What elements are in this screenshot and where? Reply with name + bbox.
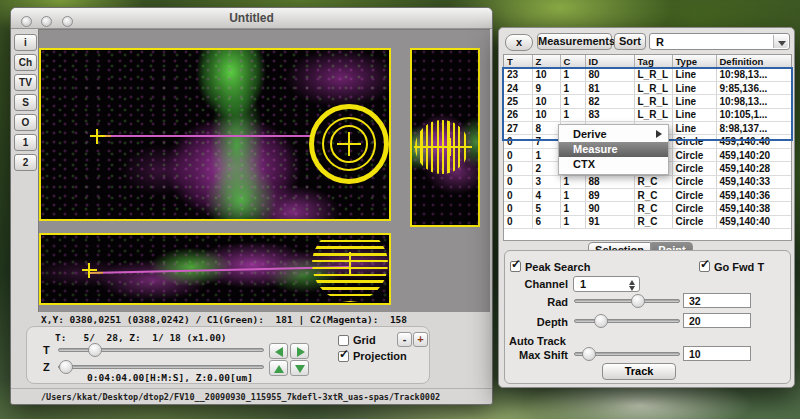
table-cell[interactable]: 0 xyxy=(504,215,532,228)
table-cell[interactable]: Line xyxy=(672,68,716,81)
table-cell[interactable]: 26 xyxy=(504,108,532,121)
t-slider[interactable] xyxy=(58,343,264,357)
menu-item-measure[interactable]: Measure xyxy=(559,142,668,157)
table-cell[interactable]: 459,140:40 xyxy=(716,135,792,148)
table-cell[interactable]: R_C xyxy=(634,175,672,188)
table-cell[interactable]: Circle xyxy=(672,202,716,215)
table-cell[interactable]: Circle xyxy=(672,148,716,161)
depth-slider-thumb[interactable] xyxy=(594,314,608,328)
table-cell[interactable]: 3 xyxy=(532,175,560,188)
table-cell[interactable]: Circle xyxy=(672,189,716,202)
table-cell[interactable]: 82 xyxy=(585,95,634,108)
table-row[interactable]: 05190R_CCircle459,140:38 xyxy=(504,202,792,215)
menu-item-derive[interactable]: Derive xyxy=(559,127,668,142)
table-cell[interactable]: 10 xyxy=(532,108,560,121)
table-cell[interactable]: 0 xyxy=(504,189,532,202)
table-cell[interactable]: 10 xyxy=(532,95,560,108)
table-cell[interactable]: 10:98,13... xyxy=(716,95,792,108)
table-row[interactable]: 04189R_CCircle459,140:36 xyxy=(504,189,792,202)
z-step-down-button[interactable] xyxy=(290,360,309,376)
table-cell[interactable]: 4 xyxy=(532,189,560,202)
table-cell[interactable]: 0 xyxy=(504,202,532,215)
table-cell[interactable]: 1 xyxy=(560,81,585,94)
max-shift-slider-thumb[interactable] xyxy=(582,347,596,361)
column-header-t[interactable]: T xyxy=(504,55,532,68)
tool-button-tv[interactable]: TV xyxy=(14,74,37,91)
table-cell[interactable]: 2 xyxy=(532,162,560,175)
table-cell[interactable]: 1 xyxy=(532,148,560,161)
panel-close-button[interactable]: x xyxy=(505,34,533,51)
table-cell[interactable]: R_C xyxy=(634,215,672,228)
zoom-out-button[interactable]: - xyxy=(397,332,412,347)
table-cell[interactable]: 1 xyxy=(560,189,585,202)
grid-checkbox[interactable] xyxy=(338,335,349,346)
tool-button-channel[interactable]: Ch xyxy=(14,54,37,71)
table-cell[interactable]: 88 xyxy=(585,175,634,188)
table-cell[interactable]: 459,140:20 xyxy=(716,148,792,161)
tool-button-2[interactable]: 2 xyxy=(14,154,37,171)
table-cell[interactable]: 91 xyxy=(585,215,634,228)
table-cell[interactable]: Line xyxy=(672,108,716,121)
table-cell[interactable]: Circle xyxy=(672,215,716,228)
tool-button-o[interactable]: O xyxy=(14,114,37,131)
menu-item-ctx[interactable]: CTX xyxy=(559,157,668,172)
depth-value-field[interactable]: 20 xyxy=(683,313,751,328)
table-cell[interactable]: R_C xyxy=(634,189,672,202)
column-header-z[interactable]: Z xyxy=(532,55,560,68)
sort-button[interactable]: Sort xyxy=(614,33,646,50)
table-cell[interactable]: 1 xyxy=(560,95,585,108)
t-step-forward-button[interactable] xyxy=(290,343,309,359)
table-cell[interactable]: 5 xyxy=(532,202,560,215)
table-cell[interactable]: 1 xyxy=(560,68,585,81)
table-row[interactable]: 2310180L_R_LLine10:98,13... xyxy=(504,68,792,81)
table-cell[interactable]: R_C xyxy=(634,202,672,215)
table-cell[interactable]: L_R_L xyxy=(634,68,672,81)
tool-button-1[interactable]: 1 xyxy=(14,134,37,151)
t-step-back-button[interactable] xyxy=(269,343,288,359)
table-cell[interactable]: 0 xyxy=(504,148,532,161)
table-cell[interactable]: 9 xyxy=(532,81,560,94)
rad-slider-thumb[interactable] xyxy=(631,294,645,308)
table-cell[interactable]: 6 xyxy=(532,215,560,228)
table-cell[interactable]: L_R_L xyxy=(634,81,672,94)
table-cell[interactable]: 0 xyxy=(504,175,532,188)
rad-value-field[interactable]: 32 xyxy=(683,293,751,308)
measurements-button[interactable]: Measurements xyxy=(537,33,612,50)
xz-image-view[interactable] xyxy=(39,233,391,305)
table-cell[interactable]: 0 xyxy=(504,135,532,148)
table-cell[interactable]: 89 xyxy=(585,189,634,202)
depth-slider[interactable] xyxy=(574,314,680,328)
table-cell[interactable]: 27 xyxy=(504,122,532,135)
channel-popup[interactable]: 1 xyxy=(573,276,640,292)
table-cell[interactable]: 9:85,136... xyxy=(716,81,792,94)
table-row[interactable]: 249181L_R_LLine9:85,136... xyxy=(504,81,792,94)
projection-checkbox[interactable]: ✓ xyxy=(338,351,349,362)
table-cell[interactable]: 83 xyxy=(585,108,634,121)
table-cell[interactable]: L_R_L xyxy=(634,95,672,108)
table-cell[interactable]: 8:98,137... xyxy=(716,122,792,135)
table-cell[interactable]: 23 xyxy=(504,68,532,81)
table-row[interactable]: 06191R_CCircle459,140:40 xyxy=(504,215,792,228)
column-header-id[interactable]: ID xyxy=(585,55,634,68)
table-cell[interactable]: 7 xyxy=(532,135,560,148)
table-cell[interactable]: 459,140:38 xyxy=(716,202,792,215)
table-cell[interactable]: 80 xyxy=(585,68,634,81)
table-cell[interactable]: 24 xyxy=(504,81,532,94)
max-shift-slider[interactable] xyxy=(574,347,680,361)
track-button[interactable]: Track xyxy=(602,363,676,380)
z-slider-thumb[interactable] xyxy=(59,360,73,374)
table-cell[interactable]: 459,140:40 xyxy=(716,215,792,228)
table-cell[interactable]: 25 xyxy=(504,95,532,108)
table-row[interactable]: 2610183L_R_LLine10:105,1... xyxy=(504,108,792,121)
t-slider-thumb[interactable] xyxy=(88,343,102,357)
table-cell[interactable]: 459,140:28 xyxy=(716,162,792,175)
tool-button-s[interactable]: S xyxy=(14,94,37,111)
table-cell[interactable]: 10:105,1... xyxy=(716,108,792,121)
xy-image-view[interactable] xyxy=(39,48,391,221)
tool-button-info[interactable]: i xyxy=(14,34,37,51)
column-header-type[interactable]: Type xyxy=(672,55,716,68)
table-cell[interactable]: 1 xyxy=(560,215,585,228)
go-fwd-checkbox[interactable]: ✓ xyxy=(699,261,710,272)
table-cell[interactable]: Circle xyxy=(672,162,716,175)
column-header-definition[interactable]: Definition xyxy=(716,55,792,68)
